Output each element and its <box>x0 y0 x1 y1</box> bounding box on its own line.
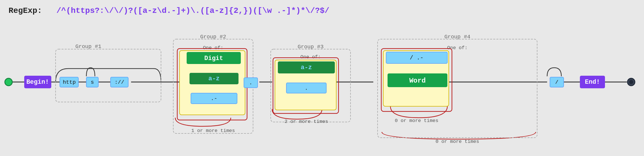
group2-oneof: One of: <box>203 45 223 51</box>
g2-dot-dash-token: .- <box>211 95 217 102</box>
digit-token: Digit <box>204 55 223 62</box>
start-circle <box>5 78 12 86</box>
g4-slash-dash-token: / .- <box>410 55 423 61</box>
http-token: http <box>63 79 76 85</box>
s-token: s <box>91 79 94 85</box>
g2-repeat-label: 1 or more times <box>191 128 235 133</box>
group1-label: Group #1 <box>75 43 101 50</box>
regexp-text: /^(https?:\/\/)?([a-z\d.-]+)\.([a-z]{2,}… <box>47 6 329 15</box>
diagram-svg: Group #1 Group #2 One of: Group #3 One o… <box>0 21 644 143</box>
diagram-area: Group #1 Group #2 One of: Group #3 One o… <box>0 21 644 143</box>
colon-token: :// <box>115 79 124 85</box>
regexp-header: RegExp: /^(https?:\/\/)?([a-z\d.-]+)\.([… <box>0 0 644 19</box>
group4-oneof: One of: <box>447 45 467 51</box>
group2-label: Group #2 <box>200 34 226 40</box>
group3-label: Group #3 <box>297 44 323 50</box>
svg-point-19 <box>629 80 633 84</box>
begin-token: Begin! <box>26 79 49 86</box>
g3-repeat-label: 2 or more times <box>284 119 328 124</box>
group4-label: Group #4 <box>444 34 470 40</box>
g3-dot-token: . <box>305 85 308 91</box>
dot-token: . <box>249 80 252 86</box>
slash-token: / <box>555 79 558 85</box>
g3-az-token: a-z <box>301 64 312 71</box>
g4-outer-repeat-label: 0 or more times <box>435 139 479 143</box>
end-token: End! <box>585 79 600 86</box>
g4-inner-repeat-label: 0 or more times <box>395 118 438 123</box>
group3-oneof: One of: <box>300 54 321 60</box>
group1-box <box>56 49 161 102</box>
regexp-label: RegExp: <box>9 6 47 15</box>
word-token: Word <box>409 77 426 85</box>
g2-az-token: a-z <box>208 75 220 82</box>
